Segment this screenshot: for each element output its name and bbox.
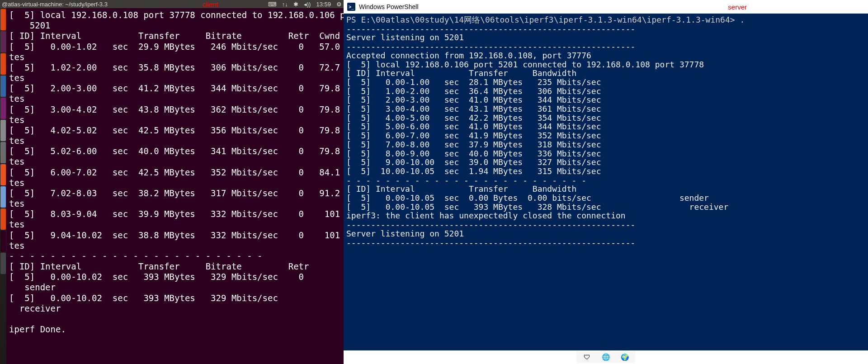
launcher-item-10[interactable] [0, 231, 6, 252]
window-title: @atlas-virtual-machine: ~/study/iperf-3.… [2, 1, 203, 8]
bluetooth-icon[interactable]: ✱ [293, 1, 298, 8]
gear-icon[interactable]: ⚙ [336, 1, 342, 8]
server-terminal-window: >_ Windows PowerShell server PS E:\00atl… [344, 0, 868, 364]
client-annotation: client [203, 0, 218, 8]
launcher-item-4[interactable] [0, 98, 6, 119]
launcher-item-11[interactable] [0, 253, 6, 274]
ubuntu-top-bar: @atlas-virtual-machine: ~/study/iperf-3.… [0, 0, 344, 8]
launcher-item-3[interactable] [0, 76, 6, 97]
launcher-item-1[interactable] [0, 31, 6, 52]
network-globe-icon[interactable]: 🌍 [621, 353, 629, 361]
clock[interactable]: 13:59 [316, 1, 331, 8]
launcher-item-8[interactable] [0, 186, 6, 208]
client-terminal-output[interactable]: [ 5] local 192.168.0.108 port 37778 conn… [6, 8, 344, 364]
taskbar-tray: 🛡 🌐 🌍 [576, 351, 635, 363]
launcher-item-2[interactable] [0, 53, 6, 75]
launcher-item-9[interactable] [0, 208, 6, 230]
powershell-title: Windows PowerShell [359, 3, 728, 10]
launcher-item-7[interactable] [0, 164, 6, 185]
windows-taskbar: 🛡 🌐 🌍 [344, 350, 868, 364]
globe-icon[interactable]: 🌐 [602, 353, 610, 361]
launcher-item-6[interactable] [0, 142, 6, 163]
powershell-title-bar: >_ Windows PowerShell server [344, 0, 868, 14]
powershell-icon: >_ [347, 3, 355, 11]
sound-icon[interactable]: ◂)) [304, 1, 311, 8]
server-annotation: server [728, 3, 747, 11]
unity-launcher [0, 8, 6, 364]
server-terminal-output[interactable]: PS E:\00atlas\00study\14网络\06tools\iperf… [344, 14, 868, 350]
launcher-item-0[interactable] [0, 9, 6, 30]
client-terminal-window: @atlas-virtual-machine: ~/study/iperf-3.… [0, 0, 344, 364]
input-method-icon[interactable]: ⌨ [268, 1, 277, 8]
security-shield-icon[interactable]: 🛡 [583, 353, 591, 361]
launcher-item-5[interactable] [0, 120, 6, 141]
network-icon[interactable]: ↑↓ [282, 1, 288, 8]
system-tray: ⌨ ↑↓ ✱ ◂)) 13:59 ⚙ [268, 1, 342, 8]
